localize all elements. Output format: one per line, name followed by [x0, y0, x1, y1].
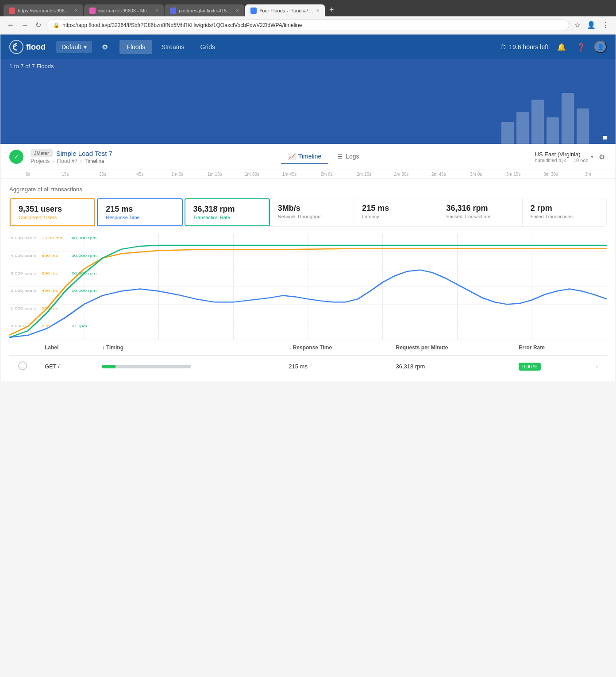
col-timing[interactable]: ↓ Timing	[93, 340, 280, 356]
preview-bars	[501, 93, 589, 144]
nav-streams[interactable]: Streams	[154, 40, 191, 54]
svg-text:40,000 rpm: 40,000 rpm	[72, 236, 97, 240]
ruler-tick-6: 1m 30s	[233, 170, 270, 178]
ruler-tick-5: 1m 15s	[196, 170, 233, 178]
help-button[interactable]: ❓	[575, 41, 587, 53]
notifications-button[interactable]: 🔔	[555, 41, 568, 53]
timeline-cursor	[603, 136, 607, 139]
metric-card-users[interactable]: 9,351 users Concurrent Users	[10, 198, 95, 226]
tab-title-4: Your Floods - Flood #7 - Timel...	[259, 8, 313, 13]
tab-favicon-2	[89, 8, 96, 14]
metric-card-response[interactable]: 215 ms Response Time	[97, 198, 182, 226]
ruler-tick-7: 1m 45s	[271, 170, 308, 178]
browser-tab-1[interactable]: https://warm-inlet-99608.here... ×	[4, 4, 83, 16]
tab-close-2[interactable]: ×	[155, 7, 158, 14]
tab-title-2: warm-inlet-99608 - Metrics | H...	[98, 8, 152, 13]
back-button[interactable]: ←	[5, 19, 16, 31]
svg-text:10,000 rpm: 10,000 rpm	[72, 289, 97, 293]
tab-favicon-4	[250, 8, 257, 14]
metric-card-rpm[interactable]: 36,318 rpm Transaction Rate	[185, 198, 270, 226]
tab-title-1: https://warm-inlet-99608.here...	[18, 8, 72, 13]
tab-close-1[interactable]: ×	[74, 7, 78, 14]
preview-bar-1	[501, 122, 514, 144]
tab-favicon-1	[9, 8, 15, 14]
timer-icon: ⏱	[500, 43, 506, 50]
metric-card-latency: 215 ms Latency	[354, 198, 438, 226]
timeline-ruler: 0s 15s 30s 45s 1m 0s 1m 15s 1m 30s 1m 45…	[0, 170, 616, 179]
preview-bar-2	[516, 112, 529, 144]
test-info: JMeter Simple Load Test 7 Projects › Flo…	[31, 149, 112, 164]
menu-button[interactable]: ⋮	[600, 19, 611, 31]
project-name: Default	[62, 43, 81, 50]
metric-value-failed: 2 rpm	[531, 204, 598, 213]
test-name[interactable]: Simple Load Test 7	[56, 150, 112, 157]
region-detail: humidified-dijk — 10 noc	[535, 158, 588, 163]
chart-settings-button[interactable]: ⚙	[597, 151, 607, 163]
tab-favicon-3	[170, 8, 176, 14]
logs-tab[interactable]: ☰ Logs	[330, 149, 366, 164]
main-content: ✓ JMeter Simple Load Test 7 Projects › F…	[0, 144, 616, 381]
new-tab-button[interactable]: +	[326, 4, 338, 16]
svg-text:1,000 ms: 1,000 ms	[42, 236, 62, 240]
browser-tab-3[interactable]: postgresql-infinite-41531 | He... ×	[165, 4, 244, 16]
ruler-tick-8: 2m 0s	[308, 170, 345, 178]
row-circle-cell	[9, 356, 36, 377]
row-response-time: 215 ms	[280, 356, 387, 377]
timer-text: 19.6 hours left	[509, 43, 548, 50]
forward-button[interactable]: →	[19, 19, 30, 31]
timing-bar-gray	[116, 365, 191, 368]
logo-text: flood	[26, 43, 46, 52]
col-label-text[interactable]: Label	[36, 340, 93, 356]
logs-icon: ☰	[337, 153, 343, 160]
row-arrow[interactable]: ›	[596, 363, 598, 370]
svg-text:600 ms: 600 ms	[42, 271, 58, 275]
data-table: Label ↓ Timing ↓ Response Time Requests …	[9, 340, 607, 377]
tab-title-3: postgresql-infinite-41531 | He...	[179, 8, 233, 13]
timing-bar	[102, 365, 191, 368]
table-row[interactable]: GET / 215 ms 36,318 rpm 0.00 %	[9, 356, 607, 377]
browser-window: https://warm-inlet-99608.here... × warm-…	[0, 0, 616, 34]
chart-svg: 5,000 users 4,000 users 3,000 users 2,00…	[9, 234, 607, 340]
nav-grids[interactable]: Grids	[193, 40, 222, 54]
browser-tab-bar: https://warm-inlet-99608.here... × warm-…	[0, 0, 616, 16]
metric-value-response: 215 ms	[106, 205, 173, 214]
profile-button[interactable]: 👤	[585, 19, 597, 31]
table-body: GET / 215 ms 36,318 rpm 0.00 %	[9, 356, 607, 377]
svg-text:30,000 rpm: 30,000 rpm	[72, 253, 97, 257]
nav-floods[interactable]: Floods	[119, 40, 152, 54]
settings-icon[interactable]: ⚙	[99, 40, 111, 54]
header-right: ⏱ 19.6 hours left 🔔 ❓ 👤	[500, 41, 607, 53]
row-arrow-cell[interactable]: ›	[587, 356, 607, 377]
logo-icon	[9, 40, 23, 54]
chart-container: 5,000 users 4,000 users 3,000 users 2,00…	[9, 234, 607, 340]
col-response-time[interactable]: ↓ Response Time	[280, 340, 387, 356]
browser-tab-4[interactable]: Your Floods - Flood #7 - Timel... ×	[245, 4, 325, 16]
breadcrumb-sep-1: ›	[52, 158, 54, 164]
test-status-badge: ✓	[9, 150, 23, 164]
breadcrumb: Projects › Flood #7 › Timeline	[31, 158, 112, 164]
avatar-button[interactable]: 👤	[594, 41, 607, 53]
breadcrumb-flood[interactable]: Flood #7	[57, 158, 77, 164]
metric-value-passed: 36,316 rpm	[446, 204, 514, 213]
checkmark-icon: ✓	[14, 153, 19, 160]
metric-label-rpm: Transaction Rate	[193, 215, 261, 220]
toolbar-icons: ☆ 👤 ⋮	[573, 19, 611, 31]
timeline-tab[interactable]: 📈 Timeline	[281, 149, 328, 164]
reload-button[interactable]: ↻	[34, 19, 43, 31]
metric-card-passed: 36,316 rpm Passed Transactions	[438, 198, 522, 226]
tab-close-4[interactable]: ×	[316, 7, 320, 14]
col-rpm: Requests per Minute	[387, 340, 510, 356]
svg-text:2,000 users: 2,000 users	[11, 289, 37, 293]
bookmark-button[interactable]: ☆	[573, 19, 582, 31]
metric-label-network: Network Throughput	[278, 214, 346, 219]
browser-tab-2[interactable]: warm-inlet-99608 - Metrics | H... ×	[84, 4, 164, 16]
metric-label-passed: Passed Transactions	[446, 214, 514, 219]
url-bar[interactable]: 🔒 https://app.flood.io/p/32364/f/Sbfr7G8…	[46, 19, 569, 31]
metric-label-response: Response Time	[106, 215, 173, 220]
breadcrumb-projects[interactable]: Projects	[31, 158, 50, 164]
error-badge: 0.00 %	[519, 363, 541, 371]
project-selector[interactable]: Default ▾	[56, 41, 92, 53]
region-selector[interactable]: US East (Virginia) humidified-dijk — 10 …	[535, 151, 593, 163]
main-nav: Floods Streams Grids	[119, 40, 222, 54]
tab-close-3[interactable]: ×	[235, 7, 239, 14]
